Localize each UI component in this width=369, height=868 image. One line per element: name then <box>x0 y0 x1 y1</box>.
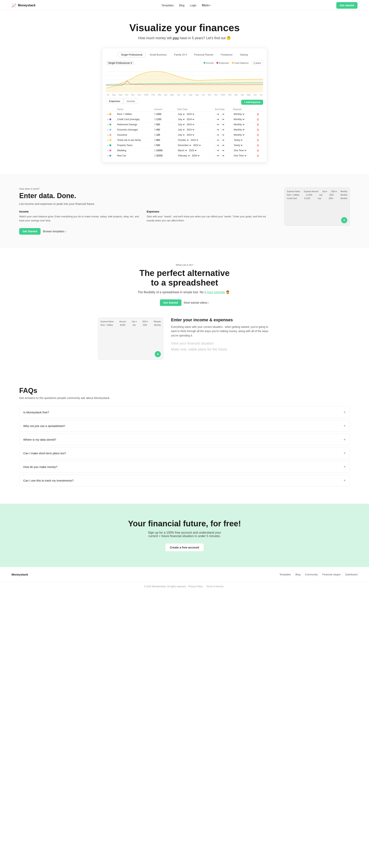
row-repeats[interactable]: Yearly <box>232 137 255 143</box>
row-end-date[interactable]: - - <box>214 137 232 143</box>
row-end-date[interactable]: - - <box>214 143 232 148</box>
row-delete[interactable]: 🗑 <box>255 112 263 117</box>
footer-link-community[interactable]: Community <box>305 573 318 576</box>
how-get-started-button[interactable]: Get Started <box>19 228 40 235</box>
row-start-date[interactable]: February 2026 <box>176 153 214 158</box>
row-toggle[interactable]: ▸ <box>106 148 116 153</box>
demo-sub-select[interactable]: Single Professional ▾ <box>106 61 134 65</box>
row-end-date[interactable]: - - <box>214 122 232 127</box>
start-month-select[interactable]: March <box>177 149 188 152</box>
row-amount[interactable]: $ <box>153 117 176 122</box>
start-year-select[interactable]: 2026 <box>191 154 200 157</box>
start-month-select[interactable]: July <box>177 128 185 131</box>
end-year-select[interactable]: - <box>220 128 225 131</box>
faq-item-1[interactable]: Why not just use a spreadsheet? + <box>19 420 350 432</box>
row-amount[interactable]: $ <box>153 112 176 117</box>
row-amount[interactable]: $ <box>153 127 176 132</box>
faq-item-0[interactable]: Is Moneystack free? + <box>19 406 350 418</box>
row-start-date[interactable]: July 2024 <box>176 127 214 132</box>
start-month-select[interactable]: December <box>177 144 192 147</box>
start-month-select[interactable]: July <box>177 123 185 126</box>
start-year-select[interactable]: 2024 <box>186 113 195 116</box>
row-toggle[interactable]: ▸ <box>106 122 116 127</box>
repeats-select[interactable]: Monthly <box>233 133 245 136</box>
end-month-select[interactable]: - <box>215 123 220 126</box>
tab-financial-planner[interactable]: Financial Planner <box>191 52 217 58</box>
row-start-date[interactable]: July 2024 <box>176 112 214 117</box>
end-year-select[interactable]: - <box>220 113 225 116</box>
amount-input[interactable] <box>156 118 168 121</box>
start-year-select[interactable]: 2024 <box>192 144 202 147</box>
feature-pause-btn[interactable]: ⏸ <box>155 351 161 357</box>
repeats-select[interactable]: Monthly <box>233 113 245 116</box>
footer-link-blog[interactable]: Blog <box>296 573 300 576</box>
end-year-select[interactable]: - <box>220 118 225 121</box>
end-month-select[interactable]: - <box>215 118 220 121</box>
start-month-select[interactable]: July <box>177 133 185 136</box>
row-start-date[interactable]: December 2024 <box>176 143 214 148</box>
start-month-select[interactable]: October <box>177 138 189 142</box>
row-end-date[interactable]: - - <box>214 153 232 158</box>
tab-small-business[interactable]: Small Business <box>147 52 170 58</box>
row-start-date[interactable]: July 2024 <box>176 122 214 127</box>
faq-item-2[interactable]: Where is my data stored? + <box>19 434 350 445</box>
row-delete[interactable]: 🗑 <box>255 143 263 148</box>
footer-privacy[interactable]: Privacy Policy <box>188 585 203 588</box>
repeats-select[interactable]: Yearly <box>233 138 243 142</box>
tab-expenses[interactable]: Expenses <box>106 99 123 104</box>
row-amount[interactable]: $ <box>153 143 176 148</box>
start-month-select[interactable]: February <box>177 154 190 157</box>
end-year-select[interactable]: - <box>220 149 225 152</box>
row-repeats[interactable]: Yearly <box>232 143 255 148</box>
amount-input[interactable] <box>156 123 168 126</box>
end-month-select[interactable]: - <box>215 113 220 116</box>
row-repeats[interactable]: One Time <box>232 153 255 158</box>
row-end-date[interactable]: - - <box>214 117 232 122</box>
repeats-select[interactable]: Yearly <box>233 144 243 147</box>
row-amount[interactable]: $ <box>153 137 176 143</box>
row-end-date[interactable]: - - <box>214 127 232 132</box>
end-year-select[interactable]: - <box>220 144 225 147</box>
pause-button[interactable]: ⏸ <box>341 217 347 223</box>
row-repeats[interactable]: Monthly <box>232 132 255 137</box>
row-repeats[interactable]: Monthly <box>232 127 255 132</box>
row-toggle[interactable]: ▸ <box>106 153 116 158</box>
row-start-date[interactable]: March 2025 <box>176 148 214 153</box>
start-year-select[interactable]: 2024 <box>186 128 195 131</box>
alt-get-started-button[interactable]: Get Started <box>160 300 181 306</box>
row-start-date[interactable]: October 2024 <box>176 137 214 143</box>
start-month-select[interactable]: July <box>177 118 185 121</box>
row-toggle[interactable]: ▸ <box>106 117 116 122</box>
row-toggle[interactable]: ▸ <box>106 132 116 137</box>
end-year-select[interactable]: - <box>220 133 225 136</box>
cta-button[interactable]: Create a free account <box>165 543 204 552</box>
amount-input[interactable] <box>156 139 168 142</box>
start-year-select[interactable]: 2025 <box>188 149 197 152</box>
row-end-date[interactable]: - - <box>214 148 232 153</box>
repeats-select[interactable]: Monthly <box>233 123 245 126</box>
row-start-date[interactable]: July 2024 <box>176 132 214 137</box>
row-amount[interactable]: $ <box>153 153 176 158</box>
faq-item-4[interactable]: How do you make money? + <box>19 461 350 473</box>
amount-input[interactable] <box>156 144 168 147</box>
browse-templates-link[interactable]: Browse templates › <box>43 230 66 233</box>
row-toggle[interactable]: ▸ <box>106 127 116 132</box>
end-month-select[interactable]: - <box>215 149 220 152</box>
footer-terms[interactable]: Terms of Service <box>207 585 223 588</box>
row-delete[interactable]: 🗑 <box>255 137 263 143</box>
add-expense-button[interactable]: + Add Expense <box>241 100 263 105</box>
row-delete[interactable]: 🗑 <box>255 117 263 122</box>
row-repeats[interactable]: Monthly <box>232 117 255 122</box>
repeats-select[interactable]: One Time <box>233 149 247 152</box>
row-delete[interactable]: 🗑 <box>255 122 263 127</box>
repeats-select[interactable]: One Time <box>233 154 247 157</box>
row-delete[interactable]: 🗑 <box>255 148 263 153</box>
row-repeats[interactable]: Monthly <box>232 112 255 117</box>
start-year-select[interactable]: 2024 <box>186 123 195 126</box>
nav-blog[interactable]: Blog <box>179 4 185 7</box>
repeats-select[interactable]: Monthly <box>233 128 245 131</box>
row-amount[interactable]: $ <box>153 122 176 127</box>
end-month-select[interactable]: - <box>215 138 220 142</box>
end-month-select[interactable]: - <box>215 133 220 136</box>
amount-input[interactable] <box>156 154 168 157</box>
